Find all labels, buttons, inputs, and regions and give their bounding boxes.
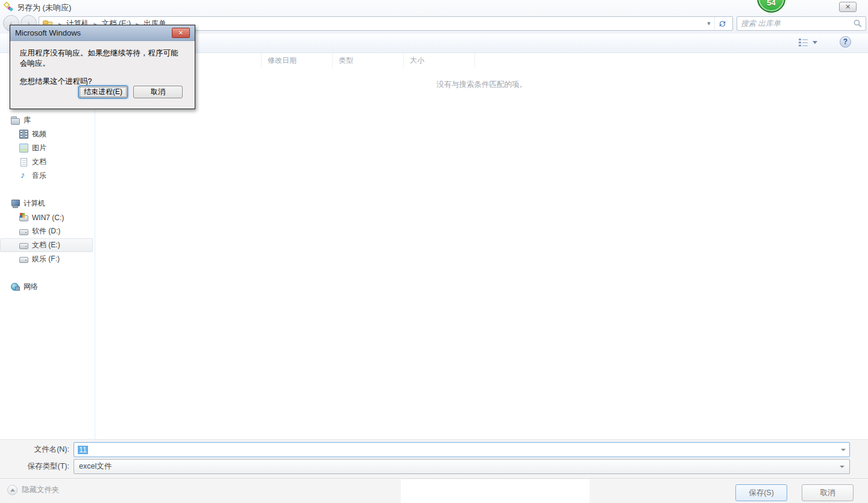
column-header[interactable]: 类型 — [332, 53, 403, 68]
file-browser-content: 库 视频 图片 文档 音乐 计算机 WIN7 (C:) 软件 ( — [0, 53, 868, 439]
sidebar-item[interactable]: 图片 — [0, 141, 93, 155]
videos-icon — [19, 130, 28, 139]
sidebar-item-label: 文档 (E:) — [32, 240, 60, 250]
library-icon — [11, 116, 20, 125]
system-drive-icon — [19, 213, 28, 222]
sidebar-item-label: 计算机 — [24, 198, 45, 209]
sidebar-item[interactable]: 文档 (E:) — [0, 238, 93, 252]
sidebar-item[interactable]: WIN7 (C:) — [0, 210, 93, 224]
sidebar-item-label: 软件 (D:) — [32, 226, 60, 236]
file-list-pane: 修改日期 类型 大小 没有与搜索条件匹配的项。 — [95, 53, 868, 439]
blank-overlay — [401, 479, 590, 503]
documents-icon — [20, 158, 27, 166]
drive-icon — [19, 241, 28, 250]
save-form-panel: 文件名(N): 11 保存类型(T): excel文件 — [0, 439, 868, 478]
sidebar: 库 视频 图片 文档 音乐 计算机 WIN7 (C:) 软件 ( — [0, 53, 95, 439]
sidebar-item[interactable]: 软件 (D:) — [0, 224, 93, 238]
drive-icon — [19, 227, 28, 236]
help-button[interactable]: ? — [840, 36, 851, 48]
chevron-down-icon — [813, 41, 817, 44]
end-process-button[interactable]: 结束进程(E) — [78, 86, 128, 98]
dialog-message: 应用程序没有响应。如果您继续等待，程序可能会响应。 — [20, 48, 185, 69]
search-box[interactable] — [737, 16, 866, 31]
refresh-icon — [718, 19, 727, 28]
sidebar-item-label: 视频 — [32, 129, 46, 139]
ms-windows-dialog: Microsoft Windows ✕ 应用程序没有响应。如果您继续等待，程序可… — [10, 25, 195, 109]
column-header-label: 类型 — [339, 55, 353, 66]
collapse-icon — [7, 485, 17, 495]
sidebar-item[interactable]: 娱乐 (F:) — [0, 252, 93, 266]
save-as-app-icon — [4, 2, 14, 13]
dialog-title: Microsoft Windows — [15, 28, 81, 37]
column-headers: 修改日期 类型 大小 — [95, 53, 868, 68]
sidebar-item[interactable]: 网络 — [0, 280, 93, 294]
sidebar-item-label: 图片 — [32, 143, 46, 153]
save-type-label: 保存类型(T): — [0, 461, 74, 472]
refresh-button[interactable] — [714, 17, 730, 30]
sidebar-item-label: WIN7 (C:) — [32, 214, 64, 222]
empty-message: 没有与搜索条件匹配的项。 — [95, 80, 868, 90]
save-type-value: excel文件 — [79, 461, 112, 472]
sidebar-item-label: 网络 — [24, 282, 38, 292]
dialog-titlebar: Microsoft Windows ✕ — [10, 25, 195, 41]
column-header[interactable]: 大小 — [403, 53, 474, 68]
filename-dropdown-icon[interactable] — [841, 449, 846, 451]
hide-folders-button[interactable]: 隐藏文件夹 — [7, 485, 60, 495]
cancel-button[interactable]: 取消 — [802, 484, 854, 501]
filename-value: 11 — [78, 446, 88, 454]
sidebar-item[interactable]: 视频 — [0, 127, 93, 141]
sidebar-item[interactable]: 库 — [0, 113, 93, 127]
network-icon — [11, 282, 20, 291]
dialog-body: 应用程序没有响应。如果您继续等待，程序可能会响应。 您想结果这个进程吗? — [10, 41, 195, 87]
hide-folders-label: 隐藏文件夹 — [22, 485, 60, 495]
column-header-label: 大小 — [410, 55, 424, 66]
music-icon — [19, 171, 28, 180]
column-header-label: 修改日期 — [268, 55, 297, 66]
sidebar-item[interactable]: 音乐 — [0, 169, 93, 183]
badge-count: 54 — [758, 0, 784, 7]
sidebar-item-label: 音乐 — [32, 171, 46, 181]
save-type-dropdown-icon[interactable] — [840, 466, 844, 468]
drive-icon — [19, 255, 28, 264]
computer-icon — [11, 199, 20, 208]
change-view-button[interactable] — [796, 37, 820, 48]
pictures-icon — [19, 144, 28, 153]
address-dropdown-icon[interactable]: ▼ — [703, 21, 714, 27]
filename-input[interactable]: 11 — [74, 442, 850, 457]
sidebar-item[interactable]: 计算机 — [0, 197, 93, 210]
sidebar-item-label: 库 — [24, 115, 31, 125]
search-input[interactable] — [741, 19, 854, 28]
column-header[interactable]: 修改日期 — [261, 53, 332, 68]
filename-label: 文件名(N): — [0, 444, 74, 455]
close-icon[interactable]: ✕ — [839, 2, 857, 12]
sidebar-item-label: 娱乐 (F:) — [32, 254, 60, 264]
sidebar-item[interactable]: 文档 — [0, 155, 93, 169]
titlebar: 另存为 (未响应) ✕ — [0, 0, 868, 14]
views-icon — [799, 38, 808, 46]
dialog-close-icon[interactable]: ✕ — [172, 28, 190, 38]
search-icon — [854, 19, 862, 28]
dialog-cancel-button[interactable]: 取消 — [133, 86, 183, 98]
save-button[interactable]: 保存(S) — [735, 484, 787, 501]
save-type-select[interactable]: excel文件 — [74, 459, 850, 474]
sidebar-item-label: 文档 — [32, 157, 46, 167]
window-title: 另存为 (未响应) — [17, 2, 71, 13]
